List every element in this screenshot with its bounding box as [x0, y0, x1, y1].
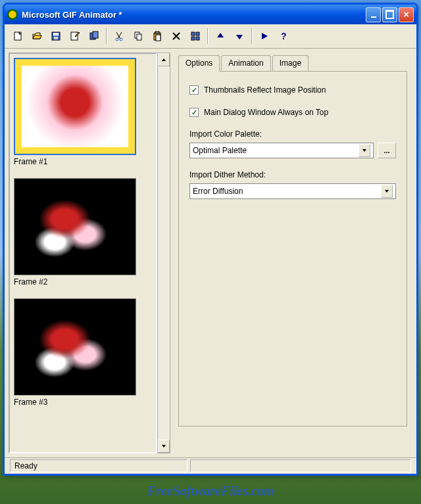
import-dither-combo[interactable]: Error Diffusion	[189, 183, 396, 199]
delete-icon	[171, 31, 182, 41]
svg-rect-6	[93, 32, 98, 38]
browse-palette-button[interactable]: ...	[378, 143, 396, 158]
close-button[interactable]: ×	[399, 7, 414, 22]
frame-item[interactable]: Frame #2	[14, 178, 152, 286]
help-button[interactable]: ?	[274, 27, 293, 45]
scrollbar[interactable]	[157, 53, 170, 453]
tab-bar: Options Animation Image	[178, 55, 407, 72]
frame-item[interactable]: Frame #3	[14, 298, 152, 407]
new-icon	[12, 31, 23, 41]
scroll-up-button[interactable]	[158, 53, 170, 66]
always-on-top-checkbox[interactable]	[189, 108, 199, 117]
arrow-up-icon	[215, 31, 226, 41]
import-palette-value: Optimal Palette	[193, 146, 247, 155]
thumbnails-reflect-label: Thumbnails Reflect Image Position	[204, 85, 326, 95]
svg-point-7	[116, 38, 118, 41]
status-text: Ready	[10, 459, 187, 472]
delete-button[interactable]	[167, 27, 186, 45]
open-icon	[32, 31, 42, 41]
cut-icon	[114, 31, 124, 41]
import-dither-value: Error Diffusion	[193, 187, 243, 196]
frame-label: Frame #2	[14, 277, 152, 286]
frame-list: Frame #1 Frame #2 Frame #3	[9, 53, 157, 453]
svg-rect-3	[54, 37, 58, 39]
svg-rect-17	[196, 37, 199, 40]
insert-button[interactable]	[85, 27, 103, 45]
app-icon	[7, 9, 18, 20]
save-button[interactable]	[47, 27, 65, 45]
import-palette-combo[interactable]: Optimal Palette	[189, 143, 374, 158]
svg-rect-10	[137, 34, 141, 40]
minimize-button[interactable]	[366, 7, 381, 22]
help-icon: ?	[278, 31, 289, 41]
window-title: Microsoft GIF Animator *	[22, 10, 364, 20]
tab-image[interactable]: Image	[272, 55, 309, 71]
app-window: Microsoft GIF Animator * ×	[3, 3, 418, 476]
tab-animation[interactable]: Animation	[221, 55, 270, 71]
svg-text:?: ?	[281, 31, 287, 41]
status-bar: Ready	[5, 457, 416, 473]
arrow-down-icon	[234, 31, 245, 41]
svg-rect-13	[155, 32, 159, 34]
frame-thumbnail[interactable]	[14, 298, 136, 396]
thumbnails-reflect-checkbox[interactable]	[189, 85, 199, 95]
svg-rect-15	[196, 32, 199, 35]
save-icon	[51, 31, 61, 41]
select-all-button[interactable]	[186, 27, 205, 45]
frame-thumbnail[interactable]	[14, 178, 136, 275]
options-panel: Options Animation Image Thumbnails Refle…	[173, 53, 412, 453]
frame-label: Frame #3	[14, 398, 152, 407]
cut-button[interactable]	[110, 27, 128, 45]
watermark: FreeSoftwareFiles.com	[0, 484, 421, 499]
chevron-down-icon	[359, 144, 370, 157]
play-icon	[259, 31, 270, 41]
save-as-icon	[70, 31, 80, 41]
move-down-button[interactable]	[230, 27, 249, 45]
status-pane	[190, 459, 411, 472]
svg-rect-16	[191, 37, 195, 40]
chevron-down-icon	[381, 185, 393, 198]
move-up-button[interactable]	[211, 27, 230, 45]
scroll-track[interactable]	[158, 66, 170, 440]
svg-rect-2	[53, 33, 59, 35]
content-area: Frame #1 Frame #2 Frame #3 Options	[5, 49, 416, 457]
always-on-top-label: Main Dialog Window Always on Top	[204, 107, 328, 118]
import-dither-label: Import Dither Method:	[189, 170, 396, 179]
frame-label: Frame #1	[14, 157, 152, 166]
maximize-button[interactable]	[382, 7, 397, 22]
tab-content: Thumbnails Reflect Image Position Main D…	[178, 72, 407, 426]
select-all-icon	[190, 31, 201, 41]
paste-button[interactable]	[148, 27, 166, 45]
save-as-button[interactable]	[66, 27, 84, 45]
paste-icon	[152, 31, 162, 41]
toolbar: ?	[5, 24, 416, 49]
insert-icon	[89, 31, 99, 41]
toolbar-separator	[251, 28, 253, 44]
frame-panel: Frame #1 Frame #2 Frame #3	[9, 53, 170, 453]
svg-point-8	[120, 38, 122, 41]
toolbar-separator	[106, 28, 107, 44]
import-palette-label: Import Color Palette:	[189, 129, 396, 139]
preview-button[interactable]	[255, 27, 274, 45]
frame-item[interactable]: Frame #1	[14, 58, 152, 166]
titlebar[interactable]: Microsoft GIF Animator * ×	[5, 5, 416, 24]
svg-rect-12	[156, 35, 161, 41]
tab-options[interactable]: Options	[178, 55, 220, 72]
copy-icon	[133, 31, 143, 41]
new-button[interactable]	[9, 27, 27, 45]
svg-rect-14	[191, 32, 195, 35]
frame-thumbnail[interactable]	[14, 58, 136, 155]
open-button[interactable]	[28, 27, 46, 45]
copy-button[interactable]	[129, 27, 147, 45]
scroll-down-button[interactable]	[158, 440, 170, 453]
chevron-up-icon	[161, 57, 166, 62]
chevron-down-icon	[161, 444, 166, 449]
toolbar-separator	[207, 28, 209, 44]
